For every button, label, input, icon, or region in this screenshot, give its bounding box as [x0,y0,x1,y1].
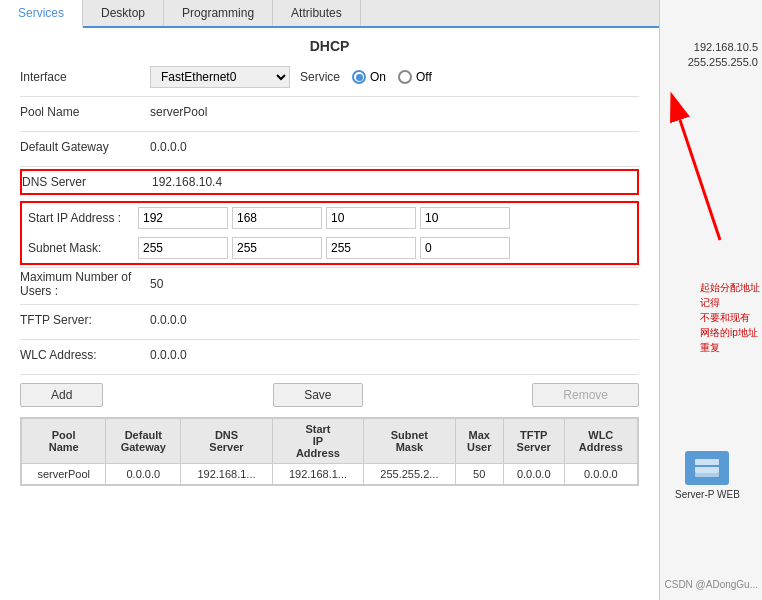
tab-desktop[interactable]: Desktop [83,0,164,26]
col-start-ip: StartIPAddress [272,419,363,464]
server-icon [693,457,721,479]
default-gateway-row: Default Gateway 0.0.0.0 [20,134,639,160]
divider-3 [20,166,639,167]
cell-pool-name: serverPool [22,464,106,485]
service-on-radio[interactable]: On [352,70,386,84]
side-ip-text: 192.168.10.5 255.255.255.0 [688,40,762,71]
network-device: Server-P WEB [675,451,740,500]
watermark: CSDN @ADongGu... [664,579,758,590]
svg-rect-4 [695,473,719,477]
pool-name-label: Pool Name [20,105,150,119]
start-ip-part-3[interactable] [326,207,416,229]
subnet-mask-label: Subnet Mask: [28,241,138,255]
interface-label: Interface [20,70,150,84]
cell-tftp-server: 0.0.0.0 [503,464,564,485]
divider-2 [20,131,639,132]
col-dns-server: DNSServer [181,419,272,464]
dns-server-label: DNS Server [22,175,152,189]
max-users-value: 50 [150,277,163,291]
tftp-server-label: TFTP Server: [20,313,150,327]
pool-name-value: serverPool [150,105,207,119]
start-ip-row: Start IP Address : [22,203,637,233]
divider-6 [20,339,639,340]
dhcp-table: PoolName DefaultGateway DNSServer StartI… [21,418,638,485]
section-title: DHCP [20,38,639,54]
device-label: Server-P WEB [675,489,740,500]
remove-button[interactable]: Remove [532,383,639,407]
dns-server-value: 192.168.10.4 [152,175,222,189]
start-ip-label: Start IP Address : [28,211,138,225]
wlc-address-label: WLC Address: [20,348,150,362]
main-panel: Services Desktop Programming Attributes … [0,0,660,600]
col-default-gateway: DefaultGateway [106,419,181,464]
dhcp-table-container: PoolName DefaultGateway DNSServer StartI… [20,417,639,486]
pool-name-row: Pool Name serverPool [20,99,639,125]
default-gateway-value: 0.0.0.0 [150,140,187,154]
tab-bar: Services Desktop Programming Attributes [0,0,659,28]
start-ip-part-1[interactable] [138,207,228,229]
divider-7 [20,374,639,375]
service-on-label: On [370,70,386,84]
annotation-line-1: 起始分配地址 [700,280,760,295]
annotation-line-2: 记得 [700,295,760,310]
tab-programming[interactable]: Programming [164,0,273,26]
red-arrow-icon [660,90,760,250]
subnet-mask-part-3[interactable] [326,237,416,259]
wlc-address-value: 0.0.0.0 [150,348,187,362]
radio-on-dot [352,70,366,84]
svg-rect-3 [695,467,719,473]
side-mask: 255.255.255.0 [688,55,758,70]
col-subnet-mask: SubnetMask [364,419,455,464]
col-tftp-server: TFTPServer [503,419,564,464]
save-button[interactable]: Save [273,383,362,407]
add-button[interactable]: Add [20,383,103,407]
cell-max-user: 50 [455,464,503,485]
wlc-address-row: WLC Address: 0.0.0.0 [20,342,639,368]
tftp-server-value: 0.0.0.0 [150,313,187,327]
service-off-radio[interactable]: Off [398,70,432,84]
device-icon [685,451,729,485]
cell-wlc-address: 0.0.0.0 [564,464,637,485]
service-label: Service [300,70,340,84]
col-pool-name: PoolName [22,419,106,464]
svg-line-1 [680,120,720,240]
tftp-server-row: TFTP Server: 0.0.0.0 [20,307,639,333]
subnet-mask-part-1[interactable] [138,237,228,259]
cell-subnet-mask: 255.255.2... [364,464,455,485]
service-group: Service On Off [300,70,432,84]
start-ip-part-2[interactable] [232,207,322,229]
annotation-line-3: 不要和现有 [700,310,760,325]
interface-row: Interface FastEthernet0 Service On Off [20,64,639,90]
service-off-label: Off [416,70,432,84]
radio-off-dot [398,70,412,84]
table-row[interactable]: serverPool 0.0.0.0 192.168.1... 192.168.… [22,464,638,485]
dhcp-content: DHCP Interface FastEthernet0 Service On … [0,28,659,600]
annotation-text: 起始分配地址 记得 不要和现有 网络的ip地址 重复 [700,280,760,355]
arrow-area [660,90,762,253]
start-ip-part-4[interactable] [420,207,510,229]
side-panel: 192.168.10.5 255.255.255.0 Server-P WEB … [660,0,762,600]
col-max-user: MaxUser [455,419,503,464]
col-wlc-address: WLCAddress [564,419,637,464]
dns-server-row: DNS Server 192.168.10.4 [20,169,639,195]
table-header-row: PoolName DefaultGateway DNSServer StartI… [22,419,638,464]
interface-select[interactable]: FastEthernet0 [150,66,290,88]
tab-services[interactable]: Services [0,0,83,28]
subnet-mask-row: Subnet Mask: [22,233,637,263]
cell-dns-server: 192.168.1... [181,464,272,485]
divider-5 [20,304,639,305]
svg-rect-2 [695,459,719,465]
tab-attributes[interactable]: Attributes [273,0,361,26]
max-users-row: Maximum Number of Users : 50 [20,270,639,298]
cell-default-gateway: 0.0.0.0 [106,464,181,485]
subnet-mask-part-2[interactable] [232,237,322,259]
max-users-label: Maximum Number of Users : [20,270,150,298]
divider-4 [20,267,639,268]
default-gateway-label: Default Gateway [20,140,150,154]
cell-start-ip: 192.168.1... [272,464,363,485]
button-group: Add Save Remove [20,383,639,407]
annotation-line-4: 网络的ip地址 [700,325,760,340]
divider-1 [20,96,639,97]
annotation-line-5: 重复 [700,340,760,355]
subnet-mask-part-4[interactable] [420,237,510,259]
